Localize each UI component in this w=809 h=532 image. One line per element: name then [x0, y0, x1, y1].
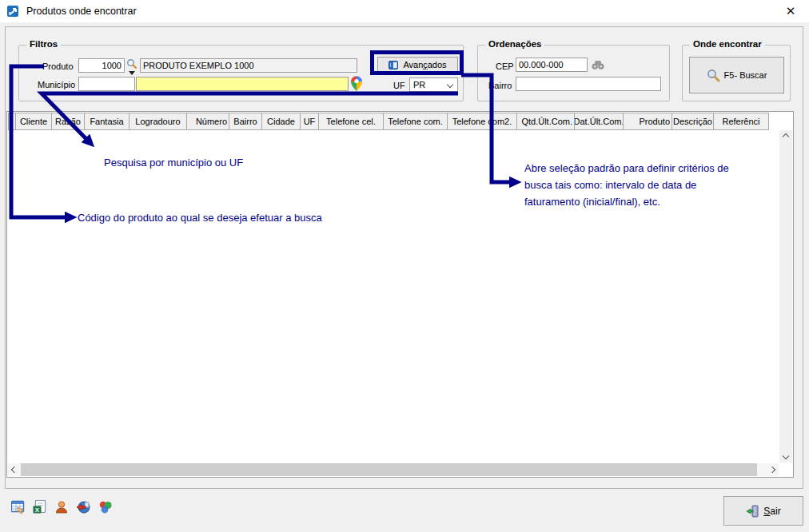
scroll-up-icon[interactable] — [779, 130, 792, 143]
window-title: Produtos onde encontrar — [26, 6, 137, 17]
title-bar: Produtos onde encontrar ✕ — [0, 0, 809, 22]
column-header[interactable]: Cidade — [261, 113, 301, 130]
column-header[interactable]: UF — [300, 113, 319, 130]
avancados-button[interactable]: Avançados — [377, 57, 458, 73]
column-header[interactable]: Telefone cel. — [318, 113, 384, 130]
produto-annotation: Código do produto ao qual se deseja efet… — [78, 212, 322, 224]
bairro-label: Bairro — [488, 81, 512, 90]
close-icon[interactable]: ✕ — [779, 2, 803, 20]
vertical-scrollbar[interactable] — [779, 130, 792, 463]
column-header[interactable]: Descrição — [672, 113, 714, 130]
scroll-left-icon[interactable] — [8, 463, 21, 476]
produto-code-input[interactable] — [78, 58, 125, 73]
column-header[interactable]: Fantasia — [84, 113, 130, 130]
column-header[interactable]: Qtd.Últ.Com. — [516, 113, 575, 130]
buscar-button[interactable]: F5- Buscar — [689, 57, 784, 93]
sair-button[interactable]: Sair — [723, 496, 803, 526]
search-icon — [707, 69, 720, 82]
sair-label: Sair — [763, 506, 780, 517]
produto-name-field: PRODUTO EXEMPLO 1000 — [140, 58, 357, 73]
ordenacoes-label: Ordenações — [485, 39, 544, 49]
scroll-down-icon[interactable] — [779, 450, 792, 463]
user-icon[interactable] — [54, 500, 69, 514]
produto-label: Produto — [42, 62, 74, 71]
column-header[interactable]: Número — [186, 113, 229, 130]
column-header[interactable]: Dat.Últ.Com. — [574, 113, 624, 130]
column-header[interactable]: Cliente — [15, 113, 52, 130]
svg-text:X: X — [35, 506, 40, 514]
column-header[interactable]: Telefone com2. — [447, 113, 517, 130]
municipio-name-field[interactable] — [136, 77, 349, 91]
avancados-annotation: Abre seleção padrão para definir critéri… — [524, 160, 729, 210]
scroll-right-icon[interactable] — [766, 463, 779, 476]
onde-encontrar-label: Onde encontrar — [690, 39, 765, 49]
municipio-annotation: Pesquisa por município ou UF — [104, 157, 243, 169]
column-header[interactable]: Bairro — [229, 113, 262, 130]
filtros-groupbox: Filtros — [18, 45, 464, 101]
color-circles-icon[interactable] — [98, 500, 113, 514]
horizontal-scrollbar[interactable] — [8, 463, 779, 476]
column-header[interactable]: Produto — [623, 113, 672, 130]
column-header[interactable]: Telefone com. — [383, 113, 448, 130]
cep-input[interactable] — [516, 58, 588, 72]
produto-dropdown-icon[interactable] — [129, 71, 135, 75]
grid-header-row: Cliente Razão Fantasia Logradouro Número… — [8, 113, 781, 130]
uf-label: UF — [393, 81, 405, 90]
column-header[interactable]: Logradouro — [129, 113, 187, 130]
map-pin-icon[interactable] — [351, 76, 362, 91]
uf-select[interactable]: PR — [409, 77, 458, 92]
uf-value: PR — [413, 80, 425, 89]
excel-export-icon[interactable]: X — [33, 500, 47, 514]
export-back-icon[interactable] — [76, 500, 90, 514]
filtros-label: Filtros — [26, 39, 61, 49]
exit-door-icon — [746, 505, 759, 518]
column-header[interactable]: Referênci — [713, 113, 769, 130]
avancados-label: Avançados — [403, 60, 446, 69]
dialog-window: Produtos onde encontrar ✕ Filtros Produt… — [0, 0, 809, 532]
notebook-icon — [389, 60, 399, 70]
municipio-input[interactable] — [78, 77, 135, 91]
horizontal-scroll-thumb[interactable] — [21, 463, 757, 476]
municipio-label: Município — [38, 80, 75, 89]
cep-label: CEP — [496, 62, 514, 71]
app-icon — [7, 5, 20, 18]
chevron-down-icon — [447, 81, 453, 88]
grid-hand-icon[interactable] — [11, 500, 26, 514]
binoculars-icon[interactable] — [592, 60, 604, 70]
bairro-input[interactable] — [516, 77, 661, 91]
buscar-label: F5- Buscar — [724, 70, 767, 80]
column-header[interactable]: Razão — [51, 113, 85, 130]
produto-search-icon[interactable] — [126, 58, 137, 69]
ordenacoes-groupbox: Ordenações — [477, 45, 670, 101]
